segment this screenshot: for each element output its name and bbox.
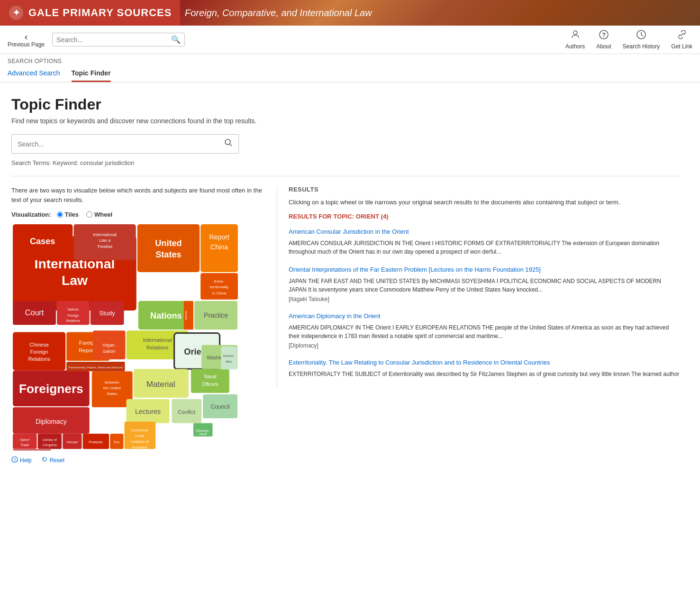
previous-page-button[interactable]: ‹ Previous Page (8, 32, 45, 48)
result-item-3: Exterritoriality. The Law Relating to Co… (289, 358, 681, 378)
svg-text:?: ? (602, 31, 606, 38)
tab-topic-finder[interactable]: Topic Finder (72, 66, 111, 82)
get-link-label: Get Link (671, 43, 692, 50)
tile-visualization[interactable]: International Law Cases International La… (11, 223, 239, 450)
main-content: Topic Finder Find new topics or keywords… (0, 82, 692, 476)
svg-text:Relations: Relations (66, 319, 81, 322)
page-subtitle: Find new topics or keywords and discover… (11, 117, 681, 125)
nav-search-input[interactable] (56, 36, 171, 44)
previous-page-label: Previous Page (8, 41, 45, 48)
result-title-0[interactable]: American Consular Jurisdiction in the Or… (289, 228, 681, 236)
svg-text:Extra-: Extra- (214, 279, 225, 284)
svg-text:International: International (143, 337, 172, 343)
svg-text:Nations: Nations (150, 311, 182, 320)
svg-text:Diplomacy: Diplomacy (36, 418, 67, 425)
visualization-label-text: Visualization: (11, 211, 51, 218)
visualization-radio-group: Tiles Wheel (57, 211, 113, 218)
result-excerpt-0: AMERICAN CONSULAR JURISDICTION IN THE Or… (289, 239, 681, 256)
svg-text:Foreigners: Foreigners (19, 382, 83, 396)
results-topic-name: ORIENT (356, 213, 379, 220)
result-title-3[interactable]: Exterritoriality. The Law Relating to Co… (289, 358, 681, 367)
svg-text:Study: Study (99, 310, 115, 317)
authors-nav-item[interactable]: Authors (565, 29, 585, 50)
search-options-bar: SEARCH OPTIONS Advanced Search Topic Fin… (0, 54, 700, 82)
svg-text:Nations: Nations (67, 308, 79, 311)
result-meta-2: [Diplomacy] (289, 342, 681, 349)
search-options-tabs: Advanced Search Topic Finder (8, 66, 692, 82)
svg-text:International: International (93, 232, 117, 237)
result-title-1[interactable]: Oriental Interpretations of the Far East… (289, 265, 681, 274)
svg-text:Practice: Practice (204, 311, 228, 319)
result-excerpt-2: AMERICAN DIPLOMACY IN THE Orient I EARLY… (289, 323, 681, 340)
result-meta-1: [Itagaki Taisuke] (289, 296, 681, 302)
reset-button[interactable]: Reset (41, 456, 64, 464)
results-panel: RESULTS Clicking on a topic wheel or til… (277, 186, 681, 388)
svg-text:in China: in China (212, 291, 227, 295)
svg-text:States: States (107, 392, 118, 396)
result-item-2: American Diplomacy in the Orient AMERICA… (289, 312, 681, 349)
svg-text:Trade: Trade (20, 443, 29, 447)
nav-search-box: 🔍 (52, 33, 185, 46)
search-terms-keyword: Keyword: consular jurisdiction (53, 159, 134, 166)
topic-search-input[interactable] (18, 140, 224, 148)
svg-text:United: United (155, 238, 182, 248)
tab-advanced-search[interactable]: Advanced Search (8, 66, 60, 82)
svg-text:Senate: Senate (185, 311, 188, 320)
wheel-radio-item[interactable]: Wheel (86, 211, 112, 218)
svg-text:Relations: Relations (28, 356, 50, 362)
svg-text:Council: Council (210, 403, 229, 410)
tile-united-states[interactable] (137, 224, 200, 272)
svg-text:Law a: Law a (99, 238, 111, 243)
tile-juridical[interactable] (13, 449, 51, 450)
svg-text:Conference: Conference (131, 429, 149, 432)
svg-text:States: States (155, 250, 182, 259)
svg-point-6 (225, 139, 230, 145)
topic-search-icon[interactable] (224, 138, 233, 149)
get-link-nav-item[interactable]: Get Link (671, 29, 692, 50)
results-topic-count: (4) (381, 213, 389, 220)
svg-text:Chinese: Chinese (29, 342, 49, 348)
svg-text:ment: ment (199, 432, 207, 436)
svg-text:Foreign: Foreign (30, 349, 48, 355)
svg-text:House: House (67, 440, 78, 444)
svg-text:Dev: Dev (114, 440, 120, 444)
svg-text:Conflict: Conflict (178, 409, 195, 415)
brand-title: GALE PRIMARY SOURCES (28, 7, 172, 19)
tile-immunities[interactable] (221, 347, 237, 370)
reset-label: Reset (50, 457, 64, 464)
svg-text:ization: ization (103, 349, 115, 354)
previous-page-arrow-icon: ‹ (25, 32, 28, 41)
viz-footer: ? Help Reset (11, 456, 267, 464)
svg-text:Foreign: Foreign (67, 314, 79, 318)
svg-text:Lectures: Lectures (135, 408, 161, 415)
tiles-radio[interactable] (57, 211, 63, 218)
tile-viz-svg: International Law Cases International La… (11, 223, 239, 450)
search-history-icon (636, 29, 646, 42)
about-label: About (596, 43, 611, 50)
svg-text:China: China (210, 243, 228, 251)
topic-search-box (11, 134, 239, 154)
help-button[interactable]: ? Help (11, 456, 32, 464)
search-history-nav-item[interactable]: Search History (623, 29, 660, 50)
tiles-radio-item[interactable]: Tiles (57, 211, 79, 218)
navbar: ‹ Previous Page 🔍 Authors ? About Search… (0, 26, 700, 54)
visualization-description: There are two ways to visualize below wh… (11, 186, 267, 204)
wheel-radio[interactable] (86, 211, 92, 218)
svg-text:the United: the United (103, 386, 121, 390)
result-title-2[interactable]: American Diplomacy in the Orient (289, 312, 681, 320)
tile-naval-officers[interactable] (191, 369, 229, 393)
svg-text:Protests: Protests (89, 440, 103, 444)
gale-logo-icon: ✦ (9, 5, 24, 20)
results-description: Clicking on a topic wheel or tile narrow… (289, 198, 681, 207)
authors-label: Authors (565, 43, 585, 50)
svg-text:Law: Law (62, 273, 88, 288)
svg-text:Organ-: Organ- (102, 343, 116, 348)
about-nav-item[interactable]: ? About (596, 29, 611, 50)
two-column-layout: There are two ways to visualize below wh… (11, 186, 681, 464)
visualization-panel: There are two ways to visualize below wh… (11, 186, 277, 464)
svg-point-2 (573, 31, 577, 35)
header: ✦ GALE PRIMARY SOURCES Foreign, Comparat… (0, 0, 700, 26)
results-topic-line: RESULTS FOR TOPIC: ORIENT (4) (289, 213, 681, 220)
results-header: RESULTS (289, 186, 681, 193)
nav-search-icon[interactable]: 🔍 (171, 35, 181, 44)
